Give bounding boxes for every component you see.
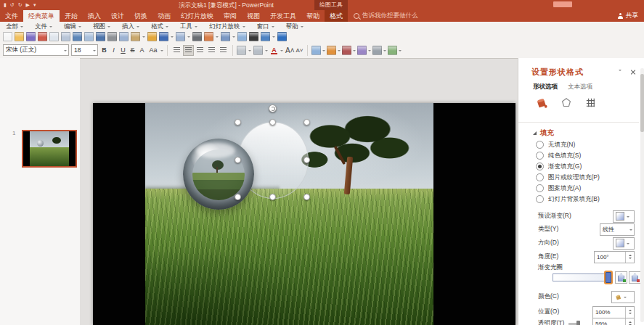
save-icon[interactable] xyxy=(26,32,36,41)
tab-view[interactable]: 视图 xyxy=(242,10,265,22)
selection-handle-top[interactable] xyxy=(269,119,276,126)
panel-options-chevron-icon[interactable] xyxy=(619,71,621,84)
menu-window[interactable]: 窗口 xyxy=(251,22,280,31)
tab-home[interactable]: 开始 xyxy=(60,10,83,22)
bold-button[interactable]: B xyxy=(100,46,108,54)
stamp-icon[interactable] xyxy=(61,32,70,41)
fill-option-pattern[interactable]: 图案填充(A) xyxy=(536,183,600,194)
slide-thumbnail[interactable] xyxy=(22,130,77,168)
menu-all[interactable]: 全部 xyxy=(0,22,29,31)
customize-quick-access-icon[interactable]: ▾ xyxy=(33,0,36,10)
picture-icon[interactable] xyxy=(237,32,247,41)
close-file-icon[interactable] xyxy=(38,32,47,41)
share-button[interactable]: 共享 xyxy=(618,10,644,22)
tab-insert[interactable]: 插入 xyxy=(83,10,106,22)
tab-developer[interactable]: 开发工具 xyxy=(265,10,301,22)
tab-format[interactable]: 格式 xyxy=(325,10,348,22)
underline-button[interactable]: U xyxy=(119,46,127,54)
menu-insert[interactable]: 插入 xyxy=(116,22,145,31)
grow-font-button[interactable]: A˄ xyxy=(285,46,293,54)
bullets-icon[interactable] xyxy=(253,46,263,55)
align-center-icon[interactable] xyxy=(183,45,194,56)
start-slideshow-icon[interactable]: ▶ xyxy=(26,0,30,10)
fill-line-icon[interactable] xyxy=(534,96,548,112)
spinner-arrows[interactable] xyxy=(625,318,634,325)
selection-handle-left[interactable] xyxy=(235,157,241,163)
menu-help[interactable]: 帮助 xyxy=(280,22,309,31)
add-gradient-stop-button[interactable] xyxy=(615,271,627,284)
fill-option-gradient[interactable]: 渐变填充(G) xyxy=(536,161,600,172)
line-spacing-icon[interactable] xyxy=(237,46,246,55)
preset-gradient-dropdown[interactable] xyxy=(613,210,635,223)
gradient-stop-handle[interactable] xyxy=(606,272,611,283)
print-icon[interactable] xyxy=(73,32,82,41)
panel-close-icon[interactable] xyxy=(630,69,636,75)
shape-fill-icon[interactable] xyxy=(327,46,336,55)
paste-icon[interactable] xyxy=(131,32,140,41)
selection-handle-bottom[interactable] xyxy=(269,194,276,200)
menu-edit[interactable]: 编辑 xyxy=(58,22,87,31)
tab-file[interactable]: 文件 xyxy=(0,10,23,22)
slide-canvas[interactable] xyxy=(93,103,515,325)
size-properties-icon[interactable] xyxy=(584,96,597,112)
scrollbar-thumb[interactable] xyxy=(640,74,644,132)
justify-icon[interactable] xyxy=(206,45,217,56)
insert-shape-icon[interactable] xyxy=(388,46,397,55)
table-icon[interactable] xyxy=(221,32,230,41)
quick-styles-icon[interactable] xyxy=(311,46,321,55)
remove-gradient-stop-button[interactable] xyxy=(629,271,641,284)
fill-section-header[interactable]: 填充 xyxy=(533,128,554,138)
menu-format[interactable]: 格式 xyxy=(145,22,174,31)
new-file-icon[interactable] xyxy=(3,32,12,41)
tab-animations[interactable]: 动画 xyxy=(152,10,176,22)
arrange-icon[interactable] xyxy=(372,46,382,55)
spinner-arrows[interactable] xyxy=(625,252,634,263)
tab-design[interactable]: 设计 xyxy=(106,10,129,22)
cut-icon[interactable] xyxy=(107,32,117,41)
tab-help[interactable]: 帮助 xyxy=(301,10,325,22)
menu-tools[interactable]: 工具 xyxy=(174,22,203,31)
fill-option-solid[interactable]: 纯色填充(S) xyxy=(536,150,600,161)
spinner-arrows[interactable] xyxy=(625,307,634,318)
selection-handle-right[interactable] xyxy=(303,157,310,163)
tab-slideshow[interactable]: 幻灯片放映 xyxy=(176,10,219,22)
distribute-icon[interactable] xyxy=(218,45,229,56)
new-slide-icon[interactable] xyxy=(204,32,213,41)
selection-handle-top-left[interactable] xyxy=(235,119,241,126)
position-spinner[interactable]: 100% xyxy=(592,306,635,318)
selection-handle-top-right[interactable] xyxy=(303,119,310,126)
format-painter-icon[interactable] xyxy=(147,32,157,41)
font-color-button[interactable]: A xyxy=(270,46,278,54)
page-copy-icon[interactable] xyxy=(84,32,94,41)
shape-effects-icon[interactable] xyxy=(357,46,367,55)
help-icon[interactable] xyxy=(277,32,287,41)
align-left-icon[interactable] xyxy=(171,45,182,56)
tell-me-search[interactable]: 告诉我你想要做什么 xyxy=(348,10,418,22)
slide-photo[interactable] xyxy=(145,103,433,325)
save-icon[interactable]: ▮ xyxy=(4,0,7,10)
strikethrough-button[interactable]: S xyxy=(129,46,136,54)
direction-dropdown[interactable] xyxy=(613,237,635,250)
menu-file[interactable]: 文件 xyxy=(29,22,58,31)
type-dropdown[interactable]: 线性 xyxy=(600,223,635,236)
media-icon[interactable] xyxy=(249,32,258,41)
shrink-font-button[interactable]: A˅ xyxy=(295,47,303,54)
tab-text-options[interactable]: 文本选项 xyxy=(568,83,592,91)
text-shadow-button[interactable]: A xyxy=(138,46,146,54)
undo-icon[interactable]: ↺ xyxy=(10,0,15,10)
shape-outline-icon[interactable] xyxy=(342,46,351,55)
redo-icon[interactable]: ↻ xyxy=(18,0,23,10)
menu-view[interactable]: 视图 xyxy=(87,22,116,31)
italic-button[interactable]: I xyxy=(110,46,118,54)
angle-spinner[interactable]: 100° xyxy=(594,251,635,263)
tab-classic-menu[interactable]: 经典菜单 xyxy=(23,10,60,22)
tab-transitions[interactable]: 切换 xyxy=(129,10,152,22)
fill-option-picture[interactable]: 图片或纹理填充(P) xyxy=(536,172,600,183)
fill-option-background[interactable]: 幻灯片背景填充(B) xyxy=(536,194,600,205)
transparency-slider-thumb[interactable] xyxy=(576,321,580,325)
align-right-icon[interactable] xyxy=(195,45,205,56)
menu-slideshow[interactable]: 幻灯片放映 xyxy=(203,22,251,31)
copy-icon[interactable] xyxy=(119,32,129,41)
font-size-combo[interactable]: 18 xyxy=(71,44,98,56)
fill-option-none[interactable]: 无填充(N) xyxy=(536,139,600,150)
